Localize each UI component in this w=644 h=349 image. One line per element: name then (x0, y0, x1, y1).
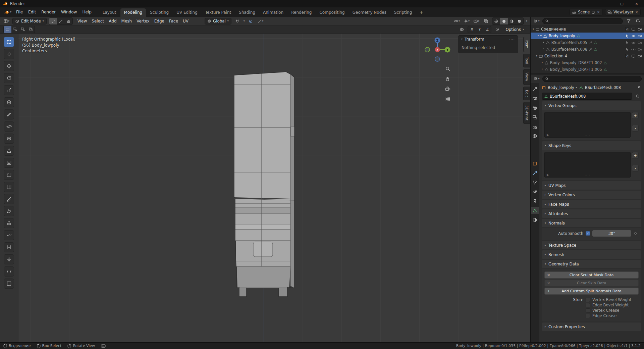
render-visibility-icon[interactable] (638, 34, 642, 38)
mirror-z-toggle[interactable]: Z (483, 26, 491, 33)
workspace-tab-compositing[interactable]: Compositing (316, 8, 348, 17)
vertex-groups-list[interactable]: ▶ ···· (544, 112, 631, 138)
tab-constraints[interactable] (531, 197, 539, 205)
add-custom-split-normals-button[interactable]: +Add Custom Split Normals Data (544, 288, 639, 295)
panel-header[interactable]: ▸Custom Properties (542, 322, 641, 331)
mesh-name-field[interactable] (542, 93, 632, 100)
tab-output[interactable] (531, 104, 539, 111)
blender-menu-button[interactable]: ▾ (2, 10, 13, 15)
tab-object-data[interactable] (531, 207, 539, 214)
add-workspace-button[interactable]: + (416, 8, 427, 17)
spin-tool-button[interactable] (4, 218, 14, 228)
workspace-tab-modeling[interactable]: Modeling (120, 8, 146, 17)
menu-edge[interactable]: Edge (152, 18, 167, 24)
list-resize-grip[interactable]: ···· (545, 173, 630, 177)
edge-select-button[interactable] (57, 18, 65, 24)
sidebar-tab-view[interactable]: View (523, 69, 530, 85)
mesh-name-input[interactable] (550, 94, 630, 99)
poly-build-tool-button[interactable] (4, 206, 14, 216)
panel-header[interactable]: ▾Shape Keys (542, 141, 641, 150)
sidebar-tab-3d-print[interactable]: 3D-Print (523, 102, 530, 124)
shear-tool-button[interactable] (4, 266, 14, 277)
select-mode-intersect-button[interactable] (27, 26, 35, 33)
panel-header[interactable]: ▸Attributes (542, 209, 641, 218)
panel-header[interactable]: ▸Texture Space (542, 241, 641, 249)
smooth-tool-button[interactable] (4, 230, 14, 240)
tab-modifiers[interactable] (531, 169, 539, 177)
unlink-viewlayer-icon[interactable]: × (635, 10, 638, 14)
outliner-item-label[interactable]: Соединение (541, 27, 566, 32)
rendered-shading-button[interactable] (516, 18, 523, 24)
menu-select[interactable]: Select (89, 18, 106, 24)
workspace-tab-texture-paint[interactable]: Texture Paint (202, 8, 235, 17)
snap-target-button[interactable] (493, 26, 501, 33)
shrink-fatten-tool-button[interactable] (4, 254, 14, 264)
disclosure-open-icon[interactable]: ▾ (540, 35, 542, 37)
menu-add[interactable]: Add (106, 18, 119, 24)
select-mode-subtract-button[interactable] (19, 26, 27, 33)
shading-options-chevron-icon[interactable]: ▾ (526, 20, 527, 22)
navigation-gizmo[interactable]: Z Y X (422, 35, 453, 64)
vertex-select-button[interactable] (49, 18, 57, 24)
outliner-row-draft1-005[interactable]: • Body_lowpoly_DRAFT1.005 (531, 66, 644, 73)
minimize-button[interactable]: ─ (600, 0, 614, 7)
render-visibility-icon[interactable] (638, 47, 642, 52)
panel-collapse-icon[interactable]: ▾ (461, 38, 463, 41)
workspace-tab-scripting[interactable]: Scripting (390, 8, 416, 17)
keyframe-dot-icon[interactable] (634, 232, 637, 235)
list-resize-grip[interactable]: ···· (545, 133, 630, 137)
knife-tool-button[interactable] (4, 194, 14, 204)
outliner-item-label[interactable]: Collection 4 (544, 54, 567, 58)
rip-region-tool-button[interactable] (4, 279, 14, 289)
workspace-tab-shading[interactable]: Shading (235, 8, 259, 17)
solid-shading-button[interactable] (500, 18, 508, 24)
face-select-button[interactable] (65, 18, 72, 24)
outliner-row-bsurfacemesh-008[interactable]: • BSurfaceMesh.008 (531, 46, 644, 53)
transform-panel[interactable]: ▾ Transform ···· Nothing selected (458, 35, 518, 53)
disclosure-open-icon[interactable]: ▾ (533, 28, 534, 31)
sidebar-tab-tool[interactable]: Tool (523, 54, 530, 67)
render-visibility-icon[interactable] (638, 27, 642, 32)
render-visibility-icon[interactable] (638, 41, 642, 45)
add-shape-key-button[interactable]: + (632, 152, 639, 159)
cursor-tool-button[interactable] (4, 49, 14, 59)
mirror-y-toggle[interactable]: Y (476, 26, 483, 33)
properties-search[interactable] (542, 76, 642, 82)
viewlayer-selector[interactable]: ViewLayer × (605, 9, 641, 15)
maximize-button[interactable]: □ (614, 0, 629, 7)
transform-tool-button[interactable] (4, 97, 14, 107)
properties-search-input[interactable] (550, 77, 639, 81)
vertex-bevel-weight-checkbox[interactable] (586, 298, 590, 302)
outliner-row-draft1-002[interactable]: • Body_lowpoly_DRAFT1.002 (531, 59, 644, 66)
transform-panel-header[interactable]: ▾ Transform ···· (458, 36, 518, 43)
workspace-tab-geometry-nodes[interactable]: Geometry Nodes (349, 8, 390, 17)
outliner-item-label[interactable]: Body_lowpoly_DRAFT1.002 (550, 60, 602, 65)
vertex-group-specials-button[interactable]: ▾ (632, 125, 639, 132)
zoom-button[interactable] (443, 64, 452, 73)
panel-header[interactable]: ▸UV Maps (542, 181, 641, 190)
auto-smooth-angle-field[interactable]: 30° (592, 230, 631, 237)
mode-selector[interactable]: Edit Mode ▾ (12, 18, 47, 24)
shape-keys-list[interactable]: ▶ ···· (544, 152, 631, 178)
tab-material[interactable] (531, 216, 539, 223)
viewport-canvas[interactable]: Right Orthographic (Local) (56) Body_low… (0, 34, 530, 342)
workspace-tab-layout[interactable]: Layout (99, 8, 120, 17)
select-mode-set-button[interactable] (4, 26, 11, 33)
viewport-visibility-icon[interactable] (631, 27, 636, 32)
panel-header[interactable]: ▸Vertex Colors (542, 191, 641, 199)
tab-view-layer[interactable] (531, 113, 539, 121)
proportional-editing-button[interactable] (247, 18, 255, 24)
add-vertex-group-button[interactable]: + (632, 112, 639, 119)
xray-toggle[interactable] (482, 18, 490, 24)
tab-object[interactable] (531, 160, 539, 167)
outliner-item-label[interactable]: Body_lowpoly (549, 34, 575, 38)
snap-options-chevron-icon[interactable]: ▾ (244, 20, 245, 22)
mirror-x-toggle[interactable]: X (468, 26, 476, 33)
bevel-tool-button[interactable] (4, 170, 14, 180)
sidebar-tab-edit[interactable]: Edit (523, 87, 530, 100)
outliner-item-label[interactable]: Body_lowpoly_DRAFT1.005 (550, 67, 602, 72)
disclosure-open-icon[interactable]: ▾ (536, 55, 537, 57)
new-scene-icon[interactable] (591, 10, 595, 14)
collection-checkbox[interactable]: ✓ (625, 27, 629, 31)
scene-selector[interactable]: Scene × (570, 9, 602, 15)
